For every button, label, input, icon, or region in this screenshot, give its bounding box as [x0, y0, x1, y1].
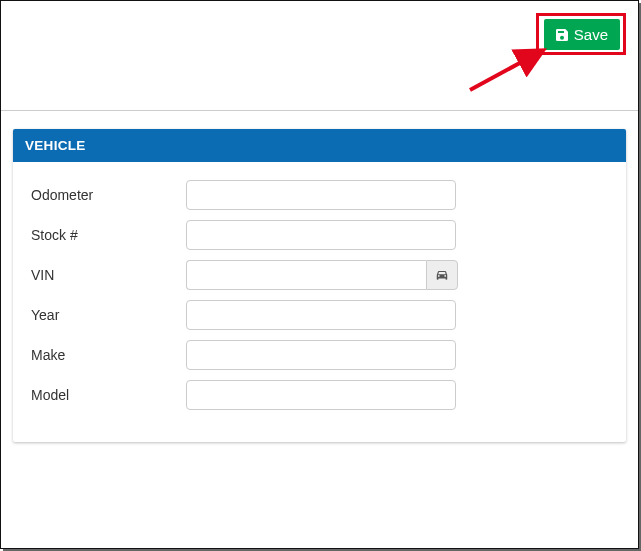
row-year: Year — [31, 300, 608, 330]
row-odometer: Odometer — [31, 180, 608, 210]
label-make: Make — [31, 347, 186, 363]
row-vin: VIN — [31, 260, 608, 290]
vin-input[interactable] — [186, 260, 426, 290]
save-icon — [554, 27, 570, 43]
year-input[interactable] — [186, 300, 456, 330]
page-frame: Save VEHICLE Odometer Stock # — [0, 0, 639, 549]
annotation-arrow — [466, 46, 556, 96]
row-model: Model — [31, 380, 608, 410]
make-input[interactable] — [186, 340, 456, 370]
label-stock: Stock # — [31, 227, 186, 243]
label-year: Year — [31, 307, 186, 323]
save-button-label: Save — [574, 26, 608, 43]
stock-input[interactable] — [186, 220, 456, 250]
odometer-input[interactable] — [186, 180, 456, 210]
top-area: Save — [1, 1, 638, 111]
vin-lookup-button[interactable] — [426, 260, 458, 290]
save-button[interactable]: Save — [544, 19, 620, 50]
vehicle-panel: VEHICLE Odometer Stock # VIN — [13, 129, 626, 442]
row-stock: Stock # — [31, 220, 608, 250]
panel-title: VEHICLE — [13, 129, 626, 162]
car-icon — [434, 268, 450, 282]
label-odometer: Odometer — [31, 187, 186, 203]
row-make: Make — [31, 340, 608, 370]
model-input[interactable] — [186, 380, 456, 410]
svg-line-0 — [470, 52, 540, 90]
panel-body: Odometer Stock # VIN — [13, 162, 626, 442]
label-model: Model — [31, 387, 186, 403]
label-vin: VIN — [31, 267, 186, 283]
